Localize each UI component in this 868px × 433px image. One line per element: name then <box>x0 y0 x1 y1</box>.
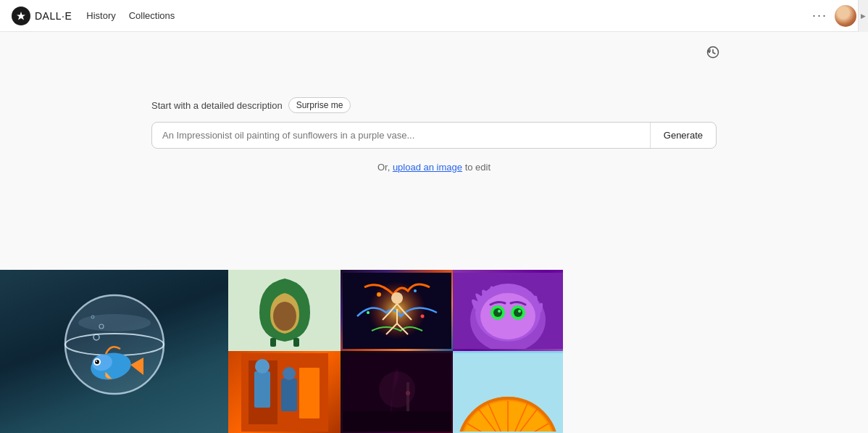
avatar-image <box>835 5 856 27</box>
purple-monster-svg <box>453 273 563 349</box>
gallery-image-avocado-chair[interactable] <box>228 270 341 351</box>
avocado-chair-svg <box>241 273 328 349</box>
left-panel: Start with a detailed description Surpri… <box>0 32 868 433</box>
center-section: Start with a detailed description Surpri… <box>144 97 724 173</box>
svg-rect-17 <box>254 371 270 408</box>
nav-history[interactable]: History <box>86 10 115 21</box>
gallery-image-space-dancer[interactable] <box>341 270 453 351</box>
svg-point-27 <box>420 314 424 318</box>
abstract-figure-svg <box>241 353 328 432</box>
logo-text: DALL·E <box>35 10 72 22</box>
user-avatar[interactable] <box>835 5 856 27</box>
more-options-icon[interactable]: ··· <box>812 8 827 23</box>
svg-rect-19 <box>281 379 297 411</box>
svg-point-28 <box>367 311 370 314</box>
gallery-column-2 <box>228 270 341 433</box>
svg-point-25 <box>377 292 381 297</box>
svg-point-12 <box>273 302 296 331</box>
navbar: DALL·E History Collections ··· ▶ <box>0 0 868 32</box>
svg-point-24 <box>391 292 403 304</box>
svg-point-43 <box>498 310 501 313</box>
logo-icon <box>12 7 30 25</box>
description-row: Start with a detailed description Surpri… <box>151 97 717 113</box>
gallery-image-abstract-figure[interactable] <box>228 351 341 433</box>
dark-surreal-svg <box>343 353 451 432</box>
gallery-image-dark-surreal[interactable] <box>341 351 453 433</box>
main-content: Start with a detailed description Surpri… <box>0 32 868 433</box>
image-gallery <box>0 270 868 433</box>
svg-point-8 <box>96 360 97 362</box>
svg-point-20 <box>283 367 296 380</box>
gallery-column-3 <box>341 270 453 433</box>
prompt-input-row: Generate <box>151 122 717 149</box>
navbar-right: ··· ▶ <box>812 5 856 27</box>
svg-point-38 <box>480 293 535 339</box>
space-dancer-svg <box>343 273 451 349</box>
svg-point-41 <box>493 308 502 317</box>
history-button[interactable] <box>703 42 723 62</box>
upload-row: Or, upload an image to edit <box>377 162 491 173</box>
gallery-column-1 <box>0 270 228 433</box>
description-label: Start with a detailed description <box>151 100 283 111</box>
gallery-image-fishbowl[interactable] <box>0 270 228 433</box>
svg-point-18 <box>255 359 270 374</box>
generate-button[interactable]: Generate <box>650 123 716 148</box>
svg-rect-13 <box>270 338 276 347</box>
svg-point-42 <box>514 308 522 317</box>
gallery-column-4 <box>453 270 563 433</box>
svg-point-1 <box>65 295 164 394</box>
svg-point-34 <box>379 371 415 408</box>
svg-point-2 <box>78 314 151 331</box>
app-logo[interactable]: DALL·E <box>12 7 72 25</box>
sidebar-toggle[interactable]: ▶ <box>858 0 868 32</box>
nav-collections[interactable]: Collections <box>129 10 175 21</box>
upload-suffix: to edit <box>465 162 491 173</box>
gallery-image-light-citrus[interactable] <box>453 351 563 433</box>
upload-image-link[interactable]: upload an image <box>393 162 462 173</box>
nav-links: History Collections <box>86 10 175 21</box>
surprise-me-button[interactable]: Surprise me <box>288 97 351 113</box>
svg-point-26 <box>414 289 417 292</box>
light-citrus-svg <box>453 353 563 432</box>
svg-point-7 <box>95 360 99 364</box>
svg-rect-32 <box>343 411 451 432</box>
svg-point-44 <box>518 310 521 313</box>
fishbowl-svg <box>42 279 187 424</box>
svg-rect-21 <box>299 368 320 418</box>
upload-prefix: Or, <box>377 162 390 173</box>
svg-rect-14 <box>293 338 299 347</box>
prompt-input[interactable] <box>152 123 650 148</box>
gallery-image-purple-monster[interactable] <box>453 270 563 351</box>
